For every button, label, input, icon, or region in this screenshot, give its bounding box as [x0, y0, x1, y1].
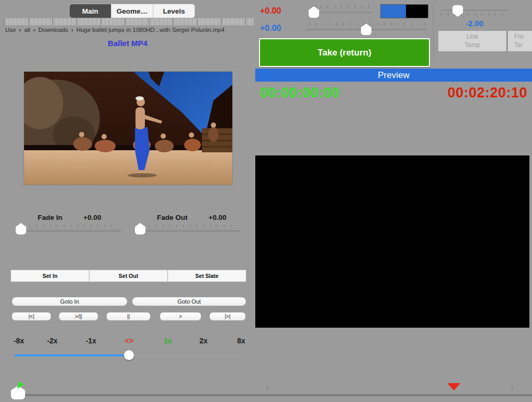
temp-button-divider — [507, 31, 507, 51]
link-temp-line1: Link — [467, 33, 478, 41]
video-playout-window: Main Geome… Levels Use › all › Downloads… — [0, 0, 532, 402]
breadcrumb-item[interactable]: all — [24, 27, 30, 33]
speed-slider-fill — [15, 354, 128, 356]
speed-label-8x[interactable]: 8x — [237, 337, 245, 345]
tab-geometry[interactable]: Geome… — [111, 4, 153, 18]
fade-in-control: Fade In +0.00 — [16, 214, 121, 232]
timecode-out: 00:02:20:10 — [447, 85, 527, 101]
adjust-row2-value: +0.00 — [260, 24, 281, 33]
fade-in-slider[interactable] — [16, 230, 121, 232]
set-in-button[interactable]: Set In — [11, 270, 89, 282]
speed-label-neg1x[interactable]: -1x — [86, 337, 96, 345]
breadcrumb: Use › all › Downloads › Huge ballet jump… — [5, 27, 252, 33]
goto-end-button[interactable]: |>| — [209, 312, 246, 321]
fade-out-control: Fade Out +0.00 — [135, 214, 241, 232]
speed-label-shuttle[interactable]: <> — [125, 337, 133, 345]
fade-out-slider[interactable] — [135, 230, 241, 232]
speed-label-neg2x[interactable]: -2x — [47, 337, 58, 345]
freeze-temp-line1: Fre — [514, 33, 524, 41]
clip-title: Ballet MP4 — [0, 39, 255, 48]
preview-header: Preview — [255, 69, 532, 82]
timeline-track[interactable] — [16, 394, 532, 396]
play-button[interactable]: > — [160, 312, 201, 321]
tab-levels[interactable]: Levels — [153, 4, 195, 18]
timecode-in: 00:00:00:00 — [260, 85, 340, 101]
panel-divider — [433, 3, 434, 62]
freeze-temp-line2: Ter — [514, 41, 523, 50]
filmstrip-ruler[interactable] — [4, 18, 254, 26]
chevron-right-icon: › — [71, 27, 73, 33]
timeline-tick — [267, 386, 268, 390]
breadcrumb-item-filename[interactable]: Huge ballet jumps in 1080HD...with Serge… — [76, 27, 224, 33]
preview-monitor — [255, 155, 529, 328]
chevron-right-icon: › — [19, 27, 21, 33]
play-pause-button[interactable]: >/|| — [59, 312, 98, 321]
freeze-temp-button[interactable]: Fre Ter — [508, 31, 532, 51]
view-tabs: Main Geome… Levels — [69, 4, 195, 18]
breadcrumb-item[interactable]: Downloads — [38, 27, 68, 33]
goto-in-button[interactable]: Goto In — [12, 297, 128, 306]
fade-out-ticks — [142, 225, 237, 228]
goto-start-button[interactable]: |<| — [12, 312, 51, 321]
speed-label-neg8x[interactable]: -8x — [14, 337, 24, 345]
link-temp-line2: Temp — [465, 41, 480, 50]
set-out-button[interactable]: Set Out — [89, 270, 168, 282]
swatch-blue — [381, 5, 406, 18]
temperature-slider — [441, 5, 508, 16]
tab-main[interactable]: Main — [70, 4, 111, 18]
speed-label-2x[interactable]: 2x — [199, 337, 208, 345]
adjust-row2-slider — [306, 23, 428, 30]
set-button-bar: Set In Set Out Set Slate — [10, 270, 246, 282]
link-temp-button[interactable]: Link Temp — [438, 31, 506, 51]
temperature-track[interactable] — [441, 9, 508, 11]
adjust-row1-slider — [309, 5, 372, 13]
chevron-right-icon: › — [33, 27, 36, 33]
goto-out-button[interactable]: Goto Out — [132, 297, 246, 306]
temperature-ticks — [441, 13, 508, 16]
breadcrumb-item[interactable]: Use — [5, 27, 16, 33]
fade-in-value: +0.00 — [83, 214, 101, 221]
set-slate-button[interactable]: Set Slate — [168, 270, 246, 282]
fade-in-ticks — [23, 225, 118, 228]
adjust-row1-value: +0.00 — [260, 6, 281, 16]
color-swatch[interactable] — [380, 4, 428, 18]
video-thumbnail[interactable] — [24, 71, 233, 185]
adjust-row1-ticks — [314, 5, 370, 8]
temperature-value: -2.00 — [441, 19, 508, 28]
speed-slider-thumb[interactable] — [124, 350, 134, 360]
speed-label-1x[interactable]: 1x — [164, 337, 172, 345]
fade-out-value: +0.00 — [209, 214, 227, 221]
fade-out-label: Fade Out — [157, 214, 188, 221]
take-button[interactable]: Take (return) — [259, 38, 430, 67]
timeline-tick — [512, 386, 513, 390]
pause-button[interactable]: || — [106, 312, 151, 321]
swatch-black — [406, 5, 428, 18]
out-point-marker-icon[interactable] — [447, 383, 460, 390]
timecode-row: 00:00:00:00 00:02:20:10 — [255, 85, 532, 101]
fade-in-label: Fade In — [38, 214, 62, 221]
